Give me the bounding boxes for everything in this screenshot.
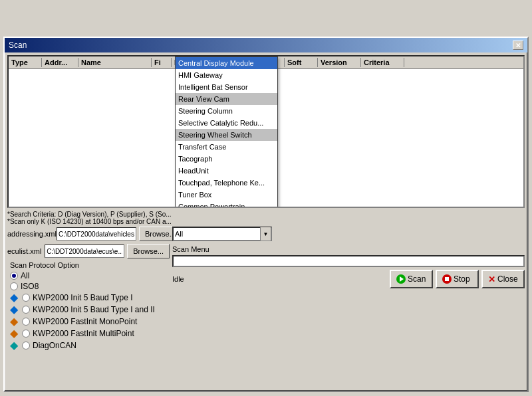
data-table: Type Addr... Name Fi No Diag ... Supplie…: [7, 55, 525, 208]
eculist-label: eculist.xml: [7, 247, 45, 255]
protocol-diagOnCAN-radio[interactable]: [22, 342, 30, 349]
window-close-button[interactable]: ✕: [513, 41, 523, 50]
module-dropdown[interactable]: Central Display Module HMI Gateway Intel…: [175, 56, 278, 208]
close-button[interactable]: ✕ Close: [481, 270, 525, 288]
col-type: Type: [9, 58, 42, 67]
protocol-kwp-5baud-type1-radio[interactable]: [22, 294, 30, 302]
stop-square-icon: [445, 277, 449, 281]
dropdown-item[interactable]: Steering Wheel Switch: [176, 129, 277, 141]
info-section: *Search Criteria: D (Diag Version), P (S…: [7, 211, 525, 225]
diamond-orange-icon-2: ◆: [10, 328, 18, 339]
stop-button[interactable]: Stop: [436, 270, 479, 288]
dropdown-item[interactable]: Transfert Case: [176, 141, 277, 153]
protocol-all-row[interactable]: All: [10, 270, 167, 281]
dropdown-item[interactable]: Tuner Box: [176, 189, 277, 201]
action-buttons: Scan Stop ✕ Close: [390, 270, 525, 288]
protocol-kwp-5baud-type12-radio[interactable]: [22, 306, 30, 314]
dropdown-item[interactable]: Steering Column: [176, 105, 277, 117]
scan-menu-label: Scan Menu: [172, 245, 525, 253]
window-title: Scan: [9, 41, 27, 50]
scan-button[interactable]: Scan: [390, 270, 433, 288]
status-buttons-row: Idle Scan Stop: [172, 270, 525, 288]
dropdown-item[interactable]: Intelligent Bat Sensor: [176, 81, 277, 93]
eculist-row: eculist.xml Browse...: [7, 244, 170, 258]
all-combo-value: All: [174, 230, 260, 238]
info-line-2: *Scan only K (ISO 14230) at 10400 bps an…: [7, 218, 525, 225]
protocol-all-radio[interactable]: [10, 272, 18, 280]
stop-icon: [442, 274, 452, 284]
protocol-kwp-5baud-type12-row[interactable]: ◆ KWP2000 Init 5 Baud Type I and II: [10, 304, 167, 316]
diamond-blue-icon: ◆: [10, 292, 18, 303]
dropdown-item[interactable]: Selective Catalytic Redu...: [176, 117, 277, 129]
col-addr: Addr...: [42, 58, 78, 67]
addressing-row: addressing.xml Browse...: [7, 227, 170, 241]
play-triangle-icon: [400, 276, 404, 282]
dropdown-item[interactable]: Tacograph: [176, 153, 277, 165]
protocol-kwp-fastinit-multi-radio[interactable]: [22, 330, 30, 338]
status-text: Idle: [172, 275, 184, 283]
progress-bar-container: [172, 255, 525, 267]
right-panel: All ▼ Scan Menu Idle S: [172, 227, 525, 396]
protocol-all-label: All: [21, 271, 29, 280]
info-line-1: *Search Criteria: D (Diag Version), P (S…: [7, 211, 525, 218]
dropdown-item[interactable]: HMI Gateway: [176, 69, 277, 81]
protocol-kwp-fastinit-mono-row[interactable]: ◆ KWP2000 FastInit MonoPoint: [10, 316, 167, 328]
eculist-browse-button[interactable]: Browse...: [127, 244, 170, 258]
dropdown-item[interactable]: Touchpad, Telephone Ke...: [176, 177, 277, 189]
col-fi: Fi: [152, 58, 172, 67]
dropdown-item[interactable]: Rear View Cam: [176, 93, 277, 105]
protocol-iso8-label: ISO8: [21, 282, 39, 291]
protocol-kwp-5baud-type1-label: KWP2000 Init 5 Baud Type I: [33, 293, 133, 302]
protocol-section: Scan Protocol Option All ISO8 ◆ KWP2000 …: [10, 261, 167, 351]
col-soft: Soft: [285, 58, 318, 67]
protocol-kwp-fastinit-mono-label: KWP2000 FastInit MonoPoint: [33, 317, 137, 326]
scan-window: Scan ✕ Type Addr... Name Fi No Diag ... …: [3, 37, 529, 392]
dropdown-item[interactable]: HeadUnit: [176, 165, 277, 177]
close-x-icon: ✕: [488, 274, 495, 284]
combo-arrow-icon[interactable]: ▼: [260, 227, 271, 241]
protocol-kwp-5baud-type12-label: KWP2000 Init 5 Baud Type I and II: [33, 305, 155, 314]
diamond-orange-icon: ◆: [10, 316, 18, 327]
col-name: Name: [78, 58, 152, 67]
protocol-kwp-fastinit-multi-row[interactable]: ◆ KWP2000 FastInit MultiPoint: [10, 328, 167, 340]
title-bar: Scan ✕: [5, 38, 527, 52]
col-version: Version: [318, 58, 361, 67]
dropdown-item[interactable]: Common Powertrain: [176, 201, 277, 208]
diamond-blue-icon-2: ◆: [10, 304, 18, 315]
protocol-kwp-fastinit-mono-radio[interactable]: [22, 318, 30, 326]
stop-button-label: Stop: [454, 274, 470, 284]
protocol-kwp-5baud-type1-row[interactable]: ◆ KWP2000 Init 5 Baud Type I: [10, 292, 167, 304]
scan-button-label: Scan: [408, 274, 426, 284]
scan-icon: [396, 274, 406, 284]
left-panel: addressing.xml Browse... eculist.xml Bro…: [7, 227, 170, 396]
protocol-diagOnCAN-label: DiagOnCAN: [33, 341, 76, 350]
protocol-iso8-row[interactable]: ISO8: [10, 281, 167, 292]
addressing-label: addressing.xml: [7, 230, 57, 238]
protocol-iso8-radio[interactable]: [10, 282, 18, 290]
diamond-teal-icon: ◆: [10, 340, 18, 351]
protocol-kwp-fastinit-multi-label: KWP2000 FastInit MultiPoint: [33, 329, 134, 338]
eculist-input[interactable]: [45, 245, 124, 258]
protocol-title: Scan Protocol Option: [10, 261, 167, 269]
all-combo-box[interactable]: All ▼: [172, 227, 272, 241]
protocol-diagOnCAN-row[interactable]: ◆ DiagOnCAN: [10, 340, 167, 351]
dropdown-item[interactable]: Central Display Module: [176, 57, 277, 69]
addressing-input[interactable]: [57, 227, 136, 241]
close-button-label: Close: [497, 274, 518, 284]
all-dropdown-container: All ▼: [172, 227, 525, 241]
col-criteria: Criteria: [361, 58, 404, 67]
